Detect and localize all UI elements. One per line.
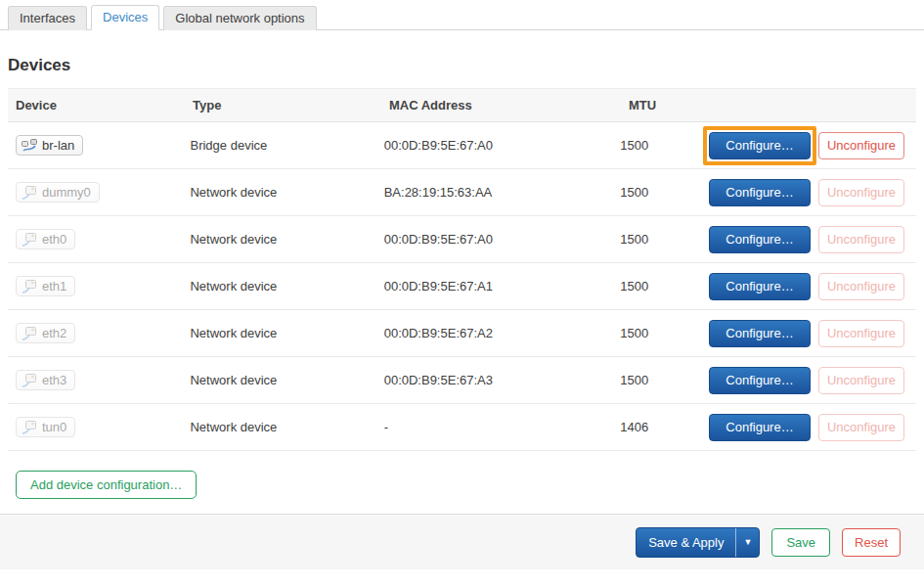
configure-highlight-box: Configure… (709, 273, 811, 300)
device-mac: 00:0D:B9:5E:67:A2 (376, 326, 613, 340)
unconfigure-button[interactable]: Unconfigure (818, 320, 904, 347)
device-badge-label: eth0 (42, 232, 66, 247)
save-apply-split-button: Save & Apply ▼ (636, 527, 760, 558)
configure-highlight-box: Configure… (703, 126, 816, 165)
unconfigure-button[interactable]: Unconfigure (818, 367, 904, 394)
device-type: Bridge device (182, 138, 375, 153)
device-mtu: 1500 (612, 232, 701, 247)
configure-button[interactable]: Configure… (709, 414, 811, 441)
device-type: Network device (182, 326, 375, 340)
table-row: eth1 Network device 00:0D:B9:5E:67:A1 15… (8, 263, 916, 310)
configure-button[interactable]: Configure… (709, 320, 811, 347)
configure-button[interactable]: Configure… (709, 273, 811, 300)
table-row: dummy0 Network device BA:28:19:15:63:AA … (8, 169, 916, 216)
header-mtu: MTU (621, 89, 711, 121)
device-mtu: 1500 (612, 138, 701, 153)
device-badge-label: eth2 (42, 326, 66, 340)
device-mac: 00:0D:B9:5E:67:A0 (376, 138, 613, 153)
ethernet-icon (22, 280, 37, 294)
device-table-body: br-lan Bridge device 00:0D:B9:5E:67:A0 1… (8, 122, 916, 451)
device-type: Network device (182, 373, 375, 387)
device-type: Network device (182, 420, 375, 434)
device-badge[interactable]: eth1 (16, 276, 75, 296)
save-button[interactable]: Save (771, 528, 830, 557)
save-apply-dropdown-arrow-icon[interactable]: ▼ (735, 528, 759, 557)
tab-devices[interactable]: Devices (91, 5, 159, 30)
header-device: Device (8, 89, 185, 121)
configure-highlight-box: Configure… (709, 179, 811, 206)
unconfigure-button[interactable]: Unconfigure (818, 226, 904, 253)
configure-button[interactable]: Configure… (709, 179, 811, 206)
configure-highlight-box: Configure… (709, 320, 811, 347)
ethernet-icon (22, 374, 37, 387)
tab-global-network-options[interactable]: Global network options (163, 6, 316, 30)
device-badge-label: br-lan (42, 138, 74, 153)
configure-button[interactable]: Configure… (709, 367, 811, 394)
device-badge-label: tun0 (42, 420, 66, 434)
device-type: Network device (182, 232, 375, 247)
header-mac-address: MAC Address (381, 89, 621, 121)
device-badge[interactable]: eth3 (16, 370, 75, 390)
table-row: eth0 Network device 00:0D:B9:5E:67:A0 15… (8, 216, 916, 263)
device-badge-label: dummy0 (42, 185, 91, 200)
device-mtu: 1406 (612, 420, 701, 434)
device-table: Device Type MAC Address MTU br-lan Bridg… (8, 88, 916, 451)
device-mac: - (376, 420, 613, 434)
table-row: br-lan Bridge device 00:0D:B9:5E:67:A0 1… (8, 122, 916, 169)
header-actions (711, 89, 916, 121)
ethernet-icon (22, 233, 37, 247)
device-mtu: 1500 (612, 185, 701, 200)
device-mtu: 1500 (612, 326, 701, 340)
configure-button[interactable]: Configure… (709, 226, 811, 253)
configure-highlight-box: Configure… (709, 226, 811, 253)
device-badge[interactable]: eth0 (16, 229, 75, 249)
table-row: eth2 Network device 00:0D:B9:5E:67:A2 15… (8, 310, 916, 357)
device-table-header: Device Type MAC Address MTU (8, 88, 916, 122)
device-badge-label: eth3 (42, 373, 66, 387)
unconfigure-button[interactable]: Unconfigure (818, 273, 904, 300)
ethernet-icon (22, 327, 37, 340)
device-badge[interactable]: br-lan (16, 135, 83, 156)
device-badge[interactable]: tun0 (16, 417, 75, 437)
unconfigure-button[interactable]: Unconfigure (818, 132, 904, 159)
device-mac: BA:28:19:15:63:AA (376, 185, 613, 200)
unconfigure-button[interactable]: Unconfigure (818, 414, 904, 441)
configure-highlight-box: Configure… (709, 414, 811, 441)
device-mtu: 1500 (612, 373, 701, 387)
bridge-icon (22, 139, 37, 153)
configure-button[interactable]: Configure… (709, 132, 811, 159)
add-device-configuration-button[interactable]: Add device configuration… (16, 471, 197, 499)
footer-action-bar: Save & Apply ▼ Save Reset (0, 514, 924, 569)
save-apply-button[interactable]: Save & Apply (637, 528, 735, 557)
reset-button[interactable]: Reset (842, 528, 901, 557)
tab-bar: Interfaces Devices Global network option… (0, 0, 924, 30)
tab-interfaces[interactable]: Interfaces (8, 6, 87, 30)
configure-highlight-box: Configure… (709, 367, 811, 394)
unconfigure-button[interactable]: Unconfigure (818, 179, 904, 206)
device-badge-label: eth1 (42, 279, 66, 294)
device-badge[interactable]: dummy0 (16, 182, 100, 203)
device-type: Network device (182, 185, 375, 200)
device-mtu: 1500 (612, 279, 701, 294)
device-badge[interactable]: eth2 (16, 323, 75, 343)
table-row: tun0 Network device - 1406 Configure… Un… (8, 404, 916, 451)
header-type: Type (185, 89, 381, 121)
table-row: eth3 Network device 00:0D:B9:5E:67:A3 15… (8, 357, 916, 404)
device-type: Network device (182, 279, 375, 294)
device-mac: 00:0D:B9:5E:67:A3 (376, 373, 613, 387)
ethernet-icon (22, 421, 37, 434)
ethernet-icon (22, 186, 37, 200)
device-mac: 00:0D:B9:5E:67:A1 (376, 279, 613, 294)
device-mac: 00:0D:B9:5E:67:A0 (376, 232, 613, 247)
page-title: Devices (8, 56, 916, 75)
